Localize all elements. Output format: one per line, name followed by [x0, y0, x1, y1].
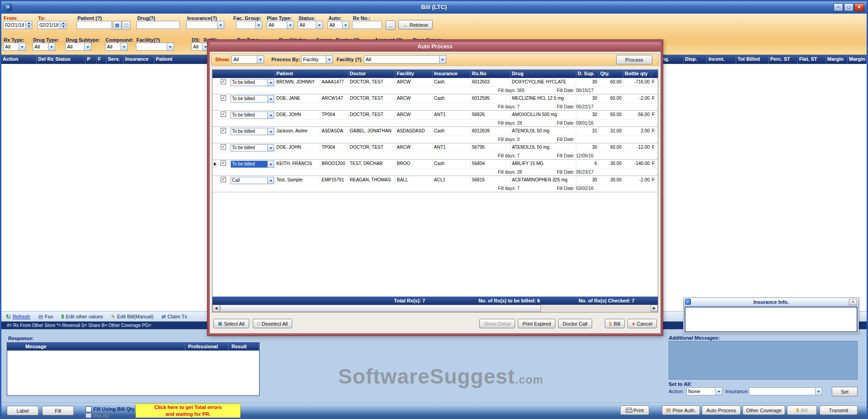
row-status-select[interactable]: To be billed: [231, 161, 274, 168]
print-button[interactable]: Print: [620, 405, 649, 415]
edit-other-values-button[interactable]: $Edit other values: [61, 314, 103, 319]
horizontal-scrollbar[interactable]: ◀ ▶: [212, 305, 658, 312]
rx-row[interactable]: ✓ To be billed Jackson, Aislee ASDASDA G…: [212, 127, 658, 143]
deselect-all-button[interactable]: □Deselect All: [253, 319, 293, 328]
facility-select[interactable]: [136, 43, 174, 51]
to-date-value[interactable]: [38, 21, 60, 29]
patient-input[interactable]: [77, 21, 112, 29]
maximize-button[interactable]: □: [844, 3, 854, 11]
refresh-link[interactable]: ↻Refresh: [6, 313, 30, 320]
col-qty[interactable]: Qty.: [599, 70, 623, 78]
col-professional[interactable]: Professional: [185, 343, 229, 351]
row-checkbox[interactable]: ✓: [221, 177, 226, 182]
col-status[interactable]: Status: [54, 55, 86, 64]
row-checkbox[interactable]: ✓: [221, 144, 226, 150]
compound-select[interactable]: All: [105, 43, 128, 51]
spinner-up-icon[interactable]: [25, 21, 32, 25]
bill-button[interactable]: $Bill: [787, 405, 817, 415]
process-by-select[interactable]: Facility: [301, 55, 333, 63]
col-serv[interactable]: Serv.: [106, 55, 124, 64]
rx-row[interactable]: ✓ Call Test, Sample EMP15791 REAGAN, THO…: [212, 176, 658, 192]
show-select[interactable]: All: [231, 55, 264, 63]
rx-row[interactable]: ✓ To be billed BROWN, JOHNNY AAAA1477 DO…: [212, 78, 658, 94]
from-date-value[interactable]: [3, 21, 25, 29]
scrollbar-thumb[interactable]: [220, 305, 541, 312]
claim-tx-button[interactable]: ⇄Claim Tx: [162, 314, 187, 320]
retrieve-button[interactable]: →Retrieve: [398, 20, 433, 29]
to-date-spinner[interactable]: [60, 21, 67, 29]
insurance-select[interactable]: [186, 21, 224, 29]
col-message[interactable]: Message: [7, 343, 185, 351]
col-disp[interactable]: Disp.: [684, 55, 707, 64]
spinner-up-icon[interactable]: [60, 21, 67, 25]
fac-group-select[interactable]: [236, 21, 262, 29]
col-bottle-qty[interactable]: Bottle qty: [623, 70, 651, 78]
col-perc-st[interactable]: Perc. ST: [769, 55, 798, 64]
edit-bill-manual-button[interactable]: ✎Edit Bill(Manual): [111, 314, 153, 320]
col-patient[interactable]: Patient: [154, 55, 209, 64]
process-button[interactable]: Process: [616, 55, 652, 64]
other-coverage-button[interactable]: Other Coverage: [743, 405, 785, 415]
row-checkbox[interactable]: ✓: [221, 128, 226, 133]
row-status-select[interactable]: To be billed: [231, 144, 274, 151]
fax-button[interactable]: ▤Fax: [38, 314, 53, 320]
col-insurance[interactable]: Insurance: [124, 55, 154, 64]
to-date-input[interactable]: [38, 21, 67, 29]
fill-button[interactable]: Fill: [42, 406, 74, 415]
col-doctor[interactable]: Doctor: [348, 70, 395, 78]
drug-input[interactable]: [136, 21, 180, 29]
row-checkbox[interactable]: ✓: [221, 79, 226, 84]
plan-type-select[interactable]: All: [267, 21, 294, 29]
transmit-button[interactable]: Transmit: [820, 405, 858, 415]
prior-auth-button[interactable]: ▤Prior Auth.: [662, 405, 700, 415]
patient-lookup-button[interactable]: ▦: [113, 21, 121, 29]
row-checkbox[interactable]: ✓: [221, 112, 226, 117]
rx-row[interactable]: ✓ To be billed DOE, JOHN TP004 DOCTOR, T…: [212, 143, 658, 160]
dialog-facility-select[interactable]: All: [364, 55, 446, 63]
ds-select[interactable]: All: [191, 43, 209, 51]
rx-row[interactable]: ✓ To be billed DOE, JANE ARCW147 DOCTOR,…: [212, 94, 658, 111]
scroll-left-button[interactable]: ◀: [212, 305, 220, 312]
col-facility[interactable]: Facility: [395, 70, 433, 78]
from-date-spinner[interactable]: [25, 21, 32, 29]
col-incent[interactable]: Incent.: [707, 55, 736, 64]
col-f[interactable]: F: [96, 55, 106, 64]
set-button[interactable]: Set: [832, 387, 858, 396]
print-expired-button[interactable]: Print Expired: [518, 319, 555, 328]
close-button[interactable]: ×: [854, 3, 864, 11]
select-all-button[interactable]: ▦Select All: [213, 319, 249, 328]
col-patient[interactable]: Patient: [275, 70, 348, 78]
row-checkbox[interactable]: ✓: [221, 95, 226, 101]
show-detail-button[interactable]: Show Detail: [479, 319, 515, 328]
rx-row[interactable]: ✓ To be billed KEITH, FRANCIS BROO1200 T…: [212, 160, 658, 176]
fill-using-bill-qty-checkbox[interactable]: [86, 406, 92, 412]
col-d-sup[interactable]: D. Sup.: [576, 70, 599, 78]
col-margin-2[interactable]: Margin: [848, 55, 867, 64]
doctor-call-button[interactable]: Doctor Call: [558, 319, 592, 328]
bill-button[interactable]: $Bill: [605, 319, 625, 328]
more-button[interactable]: ...: [386, 20, 395, 30]
col-action[interactable]: Action: [1, 55, 37, 64]
insurance-info-close-button[interactable]: ×: [849, 299, 857, 305]
drug-type-select[interactable]: All: [33, 43, 55, 51]
col-flat-st[interactable]: Flat. ST: [798, 55, 826, 64]
row-status-select[interactable]: To be billed: [231, 128, 274, 135]
row-status-select[interactable]: Call: [231, 177, 274, 184]
auto-select[interactable]: All: [328, 21, 349, 29]
col-ing[interactable]: Ing.: [659, 55, 684, 64]
drug-subtype-select[interactable]: All: [65, 43, 92, 51]
row-checkbox[interactable]: ✓: [221, 161, 226, 166]
col-del-rx[interactable]: Del Rx: [37, 55, 54, 64]
total-errors-alert[interactable]: Click here to get Total errors and waiti…: [135, 404, 241, 418]
patient-group-button[interactable]: ◫: [122, 21, 130, 29]
col-rx-no[interactable]: Rx.No: [471, 70, 511, 78]
spinner-down-icon[interactable]: [60, 25, 67, 29]
rx-no-input[interactable]: [352, 21, 382, 29]
row-status-select[interactable]: To be billed: [231, 95, 274, 102]
auto-process-button[interactable]: Auto Process: [702, 405, 741, 415]
status-select[interactable]: All: [298, 21, 323, 29]
col-drug[interactable]: Drug: [511, 70, 576, 78]
set-insurance-select[interactable]: [749, 387, 822, 395]
spinner-down-icon[interactable]: [25, 25, 32, 29]
col-p[interactable]: P: [86, 55, 96, 64]
